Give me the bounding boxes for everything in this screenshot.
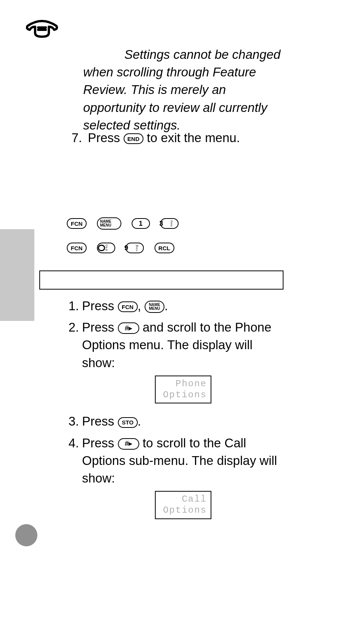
name-menu-key-icon: NAMEMENU [145, 301, 164, 313]
step-3: 3. Press STO. [67, 413, 284, 430]
step-text: Press [82, 320, 118, 334]
step-number: 1. [67, 297, 82, 315]
three-key-icon: 3DEF [160, 218, 179, 229]
rcl-key-icon: RCL [155, 243, 174, 253]
display-line: Options [159, 505, 207, 516]
hash-key-icon: #▸ [118, 438, 139, 450]
step-text: Press [82, 414, 118, 428]
step-4: 4. Press #▸ to scroll to the Call Option… [67, 434, 284, 525]
feature-review-note: Settings cannot be changed when scrollin… [83, 46, 282, 134]
display-line: Call [159, 494, 207, 505]
step-7: 7. Press END to exit the menu. [67, 129, 280, 147]
fcn-key-icon: FCN [67, 243, 87, 253]
name-menu-key-icon: NAMEMENU [97, 217, 121, 230]
step-text: Press [82, 299, 118, 313]
display-line: Phone [159, 379, 207, 390]
page-number-circle [15, 524, 37, 546]
display-line: Options [159, 390, 207, 401]
phone-handset-icon [24, 18, 60, 44]
end-key-icon: END [124, 133, 143, 144]
step-1: 1. Press FCN, NAMEMENU. [67, 297, 284, 315]
step-2: 2. Press #▸ and scroll to the Phone Opti… [67, 319, 284, 409]
step-text: Press [82, 436, 118, 450]
lcd-display: Phone Options [155, 376, 211, 404]
steps-list: 1. Press FCN, NAMEMENU. 2. Press #▸ and … [67, 297, 284, 528]
sto-key-icon: STO [118, 417, 138, 428]
step-number: 3. [67, 413, 82, 430]
side-tab [0, 229, 34, 321]
svg-rect-0 [98, 245, 105, 251]
step-number: 4. [67, 434, 82, 525]
step-text: Press [88, 131, 124, 145]
section-heading-box [39, 270, 283, 290]
step-number: 2. [67, 319, 82, 409]
hash-key-icon: #▸ [118, 322, 139, 334]
fcn-key-icon: FCN [118, 301, 138, 312]
one-key-icon: 1 [132, 218, 150, 229]
lcd-display: Call Options [155, 491, 211, 519]
shortcut-keys-row-1: FCN NAMEMENU 1 3DEF [67, 214, 185, 232]
step-text: to exit the menu. [143, 131, 240, 145]
zero-key-icon: OPR [97, 243, 115, 253]
fcn-key-icon: FCN [67, 218, 87, 229]
step-text: , [138, 299, 145, 313]
nine-key-icon: 9WXY [126, 243, 144, 253]
step-text: . [138, 414, 141, 428]
step-text: . [164, 299, 168, 313]
shortcut-keys-row-2: FCN OPR 9WXY RCL [67, 238, 181, 256]
step-number: 7. [67, 129, 82, 147]
